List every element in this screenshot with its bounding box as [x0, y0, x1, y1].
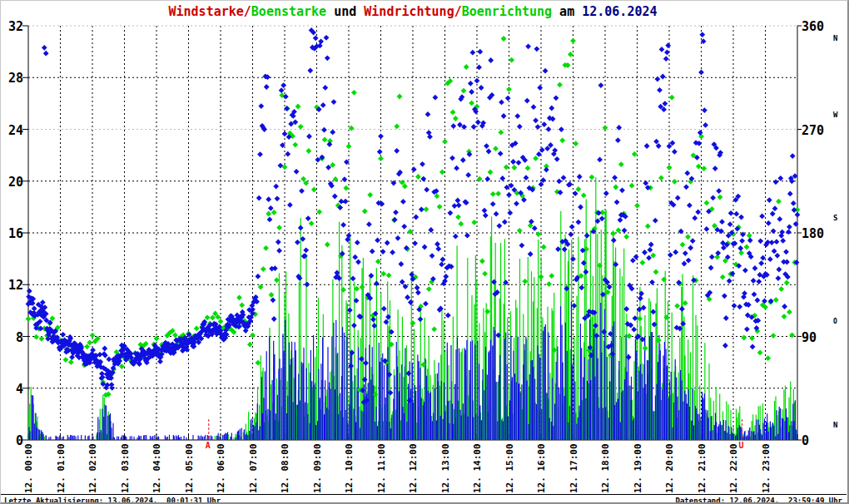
x-tick-label: 12. 21:00: [697, 440, 708, 493]
x-tick-label: 12. 01:00: [56, 440, 67, 493]
x-tick-label: 12. 12:00: [408, 440, 419, 493]
x-tick-label: 12. 03:00: [120, 440, 131, 493]
x-tick-label: 12. 10:00: [344, 440, 355, 493]
y-left-tick-label: 0: [1, 433, 23, 448]
y-right-tick-label: 0: [802, 433, 809, 448]
x-tick-label: 12. 07:00: [248, 440, 259, 493]
x-tick-label: 12. 22:00: [728, 440, 739, 493]
y-left-tick-label: 16: [1, 226, 23, 241]
footer-separator: [1, 494, 847, 495]
x-tick-label: 12. 16:00: [536, 440, 547, 493]
y-right-tick-label: 360: [802, 19, 824, 34]
x-tick-label: 12. 11:00: [376, 440, 387, 493]
weather-chart-window: Windstarke/Boenstarke und Windrichtung/B…: [0, 0, 849, 504]
x-tick-label: 12. 06:00: [216, 440, 226, 493]
x-tick-label: 12. 15:00: [504, 440, 515, 493]
y-left-tick-label: 28: [1, 71, 23, 86]
x-tick-label: 12. 17:00: [568, 440, 579, 493]
compass-letter: N: [833, 34, 837, 42]
sunset-marker-label: U: [738, 441, 743, 450]
x-tick-label: 12. 13:00: [440, 440, 451, 493]
x-tick-label: 12. 00:00: [23, 440, 34, 493]
x-tick-label: 12. 19:00: [633, 440, 643, 493]
sunrise-marker-label: A: [206, 441, 211, 450]
y-right-tick-label: 180: [802, 226, 824, 241]
y-left-tick-label: 32: [1, 19, 23, 34]
x-tick-label: 12. 02:00: [87, 440, 98, 493]
y-left-tick-label: 4: [1, 382, 23, 397]
compass-letter: S: [833, 214, 837, 222]
x-tick-label: 12. 23:00: [761, 440, 772, 493]
y-right-tick-label: 270: [802, 123, 824, 138]
wind-chart-plot: [1, 1, 849, 504]
data-status-text: Datenstand: 12.06.2024, 23:59:49 Uhr: [676, 497, 842, 504]
y-right-tick-label: 90: [802, 330, 817, 345]
last-update-text: Letzte Aktualisierung: 13.06.2024, 00:01…: [4, 497, 221, 504]
x-tick-label: 12. 04:00: [151, 440, 162, 493]
y-left-tick-label: 8: [1, 330, 23, 345]
y-left-tick-label: 20: [1, 175, 23, 190]
x-tick-label: 12. 09:00: [312, 440, 323, 493]
compass-letter: N: [833, 421, 837, 429]
x-tick-label: 12. 20:00: [664, 440, 675, 493]
x-tick-label: 12. 05:00: [184, 440, 195, 493]
y-left-tick-label: 24: [1, 123, 23, 138]
y-left-tick-label: 12: [1, 278, 23, 293]
x-tick-label: 12. 14:00: [472, 440, 483, 493]
x-tick-label: 12. 08:00: [280, 440, 290, 493]
x-tick-label: 12. 18:00: [600, 440, 611, 493]
compass-letter: W: [833, 111, 837, 119]
compass-letter: O: [833, 318, 837, 325]
